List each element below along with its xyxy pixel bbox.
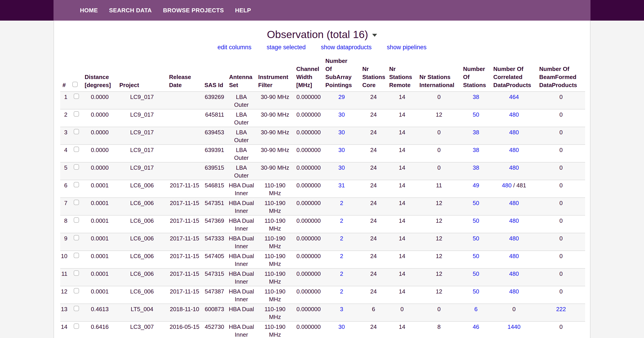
cell-stations: 38 <box>461 92 491 109</box>
cell-pointings: 2 <box>323 286 360 304</box>
correlated-link[interactable]: 480 <box>509 146 519 153</box>
row-checkbox[interactable] <box>74 288 79 294</box>
stations-link[interactable]: 49 <box>473 182 479 189</box>
cell-core: 24 <box>360 268 387 286</box>
cell-checkbox <box>70 162 82 180</box>
stations-link[interactable]: 6 <box>474 306 478 312</box>
correlated-link[interactable]: 480 <box>509 129 519 136</box>
cell-channel_width: 0.000000 <box>294 92 323 109</box>
cell-stations: 38 <box>461 144 491 162</box>
pointings-link[interactable]: 30 <box>338 324 345 330</box>
pointings-link[interactable]: 29 <box>338 94 345 100</box>
cell-sas_id: 639453 <box>202 127 227 144</box>
stations-link[interactable]: 50 <box>473 270 479 277</box>
pointings-link[interactable]: 30 <box>338 111 345 118</box>
correlated-link[interactable]: 480 <box>509 164 519 171</box>
cell-pointings: 30 <box>323 322 360 338</box>
stations-link[interactable]: 38 <box>473 129 479 136</box>
cell-antenna_set: HBA Dual Inner <box>227 322 256 338</box>
top-navbar: HOMESEARCH DATABROWSE PROJECTSHELP <box>0 0 644 20</box>
nav-search-data[interactable]: SEARCH DATA <box>109 7 152 14</box>
pointings-link[interactable]: 2 <box>340 270 343 277</box>
cell-core: 24 <box>360 215 387 233</box>
nav-browse-projects[interactable]: BROWSE PROJECTS <box>163 7 224 14</box>
pointings-link[interactable]: 2 <box>340 200 343 206</box>
stations-link[interactable]: 38 <box>473 94 479 100</box>
nav-home[interactable]: HOME <box>80 7 98 14</box>
pointings-link[interactable]: 2 <box>340 253 343 260</box>
pointings-link[interactable]: 30 <box>338 164 345 171</box>
cell-instrument_filter: 110-190 MHz <box>256 180 294 198</box>
correlated-link[interactable]: 464 <box>509 94 519 100</box>
cell-pointings: 31 <box>323 180 360 198</box>
row-checkbox[interactable] <box>74 111 79 116</box>
correlated-link[interactable]: 480 <box>509 217 519 224</box>
action-stage-selected[interactable]: stage selected <box>267 43 306 52</box>
correlated-link[interactable]: 480 <box>509 111 519 118</box>
row-checkbox[interactable] <box>74 129 79 134</box>
correlated-link[interactable]: 480 <box>509 235 519 242</box>
correlated-link[interactable]: 480 <box>509 270 519 277</box>
row-checkbox[interactable] <box>74 306 79 311</box>
select-all-checkbox[interactable] <box>72 82 78 87</box>
nav-help[interactable]: HELP <box>235 7 251 14</box>
pointings-link[interactable]: 2 <box>340 235 343 242</box>
table-row: 100.0001LC6_0062017-11-15547405HBA Dual … <box>60 251 585 268</box>
cell-core: 24 <box>360 162 387 180</box>
cell-channel_width: 0.000000 <box>294 251 323 268</box>
row-checkbox[interactable] <box>74 146 79 152</box>
cell-project: LC6_006 <box>117 180 167 198</box>
stations-link[interactable]: 50 <box>473 288 479 295</box>
row-checkbox[interactable] <box>74 270 79 276</box>
cell-beamformed: 0 <box>537 180 585 198</box>
stations-link[interactable]: 50 <box>473 217 479 224</box>
page-title: Observation (total 16) <box>267 27 368 42</box>
stations-link[interactable]: 38 <box>473 146 479 153</box>
stations-link[interactable]: 50 <box>473 111 479 118</box>
row-checkbox[interactable] <box>74 217 79 223</box>
action-show-dataproducts[interactable]: show dataproducts <box>321 43 372 52</box>
title-dropdown-caret[interactable] <box>372 34 377 37</box>
row-checkbox[interactable] <box>74 235 79 240</box>
pointings-link[interactable]: 3 <box>340 306 343 312</box>
pointings-link[interactable]: 31 <box>338 182 345 189</box>
table-row: 60.0001LC6_0062017-11-15546815HBA Dual I… <box>60 180 585 198</box>
cell-channel_width: 0.000000 <box>294 109 323 127</box>
stations-link[interactable]: 38 <box>473 164 479 171</box>
cell-correlated: 464 <box>491 92 537 109</box>
cell-pointings: 29 <box>323 92 360 109</box>
row-checkbox[interactable] <box>74 182 79 187</box>
correlated-link[interactable]: 480 <box>502 182 512 189</box>
correlated-link[interactable]: 1440 <box>508 324 520 330</box>
stations-link[interactable]: 50 <box>473 200 479 206</box>
cell-stations: 50 <box>461 286 491 304</box>
correlated-link[interactable]: 480 <box>509 200 519 206</box>
pointings-link[interactable]: 2 <box>340 217 343 224</box>
cell-pointings: 30 <box>323 127 360 144</box>
cell-international: 0 <box>417 304 461 322</box>
pointings-link[interactable]: 30 <box>338 146 345 153</box>
cell-stations: 50 <box>461 268 491 286</box>
action-show-pipelines[interactable]: show pipelines <box>387 43 426 52</box>
action-edit-columns[interactable]: edit columns <box>218 43 252 52</box>
row-checkbox[interactable] <box>74 94 79 99</box>
correlated-link[interactable]: 480 <box>509 253 519 260</box>
stations-link[interactable]: 50 <box>473 253 479 260</box>
cell-channel_width: 0.000000 <box>294 144 323 162</box>
cell-correlated: 0 <box>491 304 537 322</box>
cell-antenna_set: HBA Dual Inner <box>227 286 256 304</box>
beamformed-link[interactable]: 222 <box>556 306 566 312</box>
correlated-link[interactable]: 480 <box>509 288 519 295</box>
row-checkbox[interactable] <box>74 253 79 258</box>
row-checkbox[interactable] <box>74 324 79 329</box>
pointings-link[interactable]: 2 <box>340 288 343 295</box>
stations-link[interactable]: 46 <box>473 324 479 330</box>
row-checkbox[interactable] <box>74 164 79 170</box>
cell-remote: 14 <box>387 268 417 286</box>
cell-num: 6 <box>60 180 70 198</box>
stations-link[interactable]: 50 <box>473 235 479 242</box>
pointings-link[interactable]: 30 <box>338 129 345 136</box>
row-checkbox[interactable] <box>74 200 79 205</box>
cell-core: 24 <box>360 251 387 268</box>
observation-table: #Distance [degrees]ProjectRelease DateSA… <box>60 56 585 338</box>
